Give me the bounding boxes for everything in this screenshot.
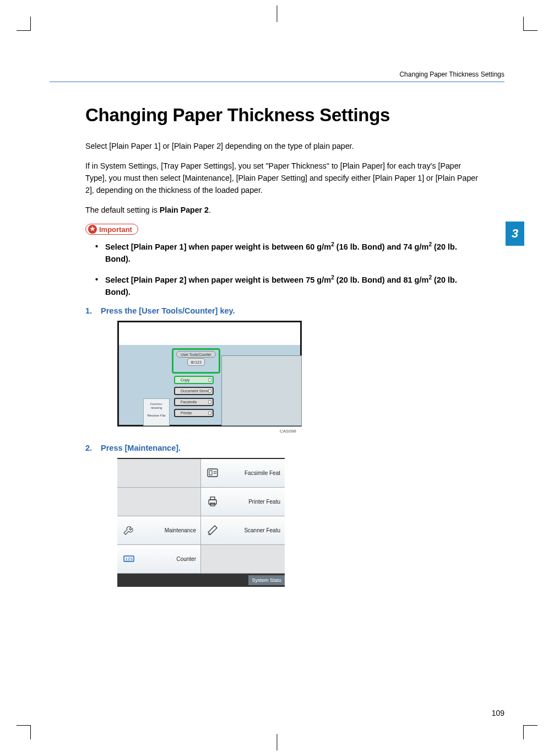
menu-cell-counter[interactable]: 123 Counter [117,545,201,574]
menu-label-counter: Counter [176,556,196,562]
crop-mark-tr [523,17,537,31]
menu-cell-maintenance[interactable]: Maintenance [117,516,201,545]
menu-status-bar: System Statu [117,574,285,587]
step-1: Press the [User Tools/Counter] key. User… [85,306,482,434]
page-number: 109 [492,709,504,717]
important-item-1: Select [Plain Paper 1] when paper weight… [95,240,482,266]
menu-label-facsimile: Facsimile Feat [245,470,280,476]
crop-mark-tl [17,17,31,31]
crop-mark-top [277,6,278,22]
para3-bold: Plain Paper 2 [160,206,209,214]
crop-mark-bottom [277,734,278,750]
menu-cell-printer-features[interactable]: Printer Featu [201,488,285,516]
scanner-icon [205,523,220,537]
menu-label-printer: Printer Featu [248,499,280,505]
star-icon [88,225,97,234]
important-label: Important [99,225,132,234]
menu-cell-blank-2 [117,488,201,516]
important-badge: Important [85,224,138,235]
svg-point-2 [214,471,215,472]
wrench-icon [122,523,136,537]
important-item-2-b: (20 lb. Bond) and 81 g/m [334,276,429,284]
svg-rect-7 [210,497,215,500]
svg-rect-1 [209,471,212,475]
panel-button-copy-label: Copy [181,378,189,382]
running-head: Changing Paper Thickness Settings [399,71,504,78]
button-nub [208,400,211,404]
panel-button-facsimile-label: Facsimile [181,400,197,404]
intro-paragraph-2: If in System Settings, [Tray Paper Setti… [85,160,482,196]
svg-text:123: 123 [125,557,133,561]
important-item-2: Select [Plain Paper 2] when paper weight… [95,273,482,299]
important-item-1-b: (16 lb. Bond) and 74 g/m [334,242,429,251]
panel-left-status: Commu- nicating Receive File [143,398,170,426]
chapter-tab: 3 [506,222,524,246]
button-nub [208,411,211,415]
menu-label-scanner: Scanner Featu [244,527,280,533]
button-nub [208,389,211,393]
crop-mark-br [523,725,537,739]
header-rule [50,82,504,82]
fax-icon [205,466,220,480]
important-item-1-a: Select [Plain Paper 1] when paper weight… [105,242,331,251]
menu-cell-blank-3 [201,545,285,574]
highlight-box [172,348,220,374]
figure-control-panel: User Tools/Counter ⚙/123 Copy Document S… [117,321,302,426]
receive-file-label: Receive File [144,414,169,418]
button-nub [208,378,211,382]
panel-button-facsimile[interactable]: Facsimile [174,398,214,406]
svg-point-3 [215,471,216,472]
figure-1-caption: CAS098 [280,429,482,434]
svg-rect-6 [209,500,216,504]
panel-button-document-server-label: Document Server [181,389,210,393]
panel-button-copy[interactable]: Copy [174,376,214,384]
step-1-title: Press the [User Tools/Counter] key. [101,306,482,315]
steps-list: Press the [User Tools/Counter] key. User… [85,306,482,587]
svg-point-4 [214,473,215,474]
page-title: Changing Paper Thickness Settings [85,105,482,126]
panel-screen [221,355,302,426]
menu-cell-facsimile-features[interactable]: Facsimile Feat [201,459,285,488]
menu-label-maintenance: Maintenance [165,527,196,533]
step-2-title: Press [Maintenance]. [101,444,482,452]
menu-cell-blank-1 [117,459,201,488]
step-2: Press [Maintenance]. Facsimile Feat [85,444,482,587]
panel-button-document-server[interactable]: Document Server [174,387,214,395]
panel-button-printer-label: Printer [181,411,192,415]
panel-button-printer[interactable]: Printer [174,409,214,417]
counter-icon: 123 [122,552,136,566]
printer-icon [205,494,220,509]
important-list: Select [Plain Paper 1] when paper weight… [85,240,482,299]
figure-menu-grid: Facsimile Feat Printer Featu [117,458,285,587]
important-item-2-a: Select [Plain Paper 2] when paper weight… [105,276,331,284]
intro-paragraph-1: Select [Plain Paper 1] or [Plain Paper 2… [85,140,482,152]
para3-suffix: . [209,206,211,214]
system-status-button[interactable]: System Statu [248,575,285,585]
crop-mark-bl [17,725,31,739]
para3-prefix: The default setting is [85,206,160,214]
intro-paragraph-3: The default setting is Plain Paper 2. [85,204,482,216]
svg-point-5 [215,473,216,474]
communicating-label: Commu- nicating [144,402,169,411]
menu-cell-scanner-features[interactable]: Scanner Featu [201,516,285,545]
